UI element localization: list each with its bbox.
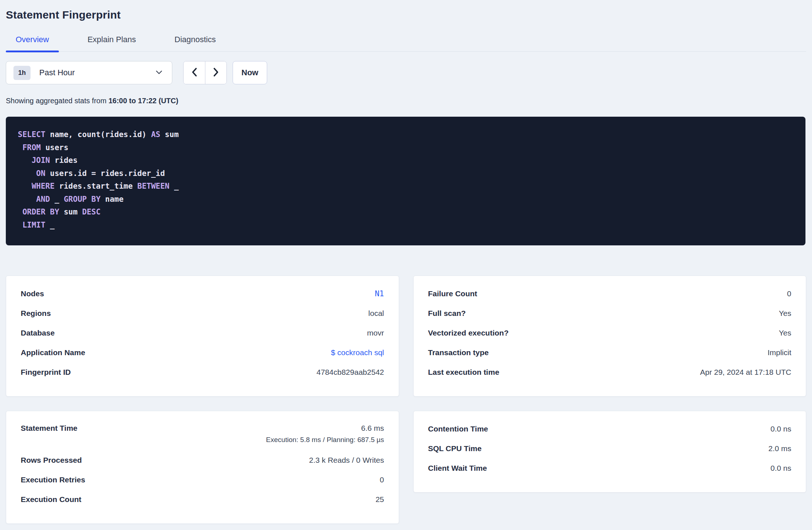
sql-line: AND _ GROUP BY name — [18, 193, 793, 206]
sql-keyword: AND — [36, 195, 50, 204]
app-name-link[interactable]: $ cockroach sql — [331, 348, 384, 357]
stats-cards: Nodes N1 Regions local Database movr App… — [6, 276, 806, 524]
time-range-badge: 1h — [13, 66, 31, 80]
sql-text: _ — [45, 221, 55, 229]
sql-text: name, count(rides.id) — [45, 130, 151, 139]
time-range-label: Past Hour — [39, 68, 156, 77]
sql-text: _ — [50, 195, 64, 204]
kv-label: Execution Count — [21, 495, 81, 504]
chevron-left-icon — [191, 67, 197, 78]
sql-text — [18, 156, 32, 165]
sql-text: sum — [160, 130, 179, 139]
kv-label: Full scan? — [428, 309, 466, 318]
sql-keyword: ORDER BY — [23, 208, 59, 216]
kv-value: 0.0 ns — [771, 425, 791, 433]
stats-caption: Showing aggregated stats from 16:00 to 1… — [6, 97, 806, 105]
tab-overview[interactable]: Overview — [6, 35, 59, 51]
kv-label: Nodes — [21, 289, 44, 298]
tab-overview-label: Overview — [16, 35, 49, 44]
kv-label: Client Wait Time — [428, 464, 487, 473]
sql-keyword: FROM — [23, 143, 41, 152]
kv-row-nodes: Nodes N1 — [21, 284, 384, 304]
time-controls: 1h Past Hour Now — [6, 61, 806, 84]
kv-value: Yes — [779, 309, 791, 318]
kv-row-vectorized: Vectorized execution? Yes — [428, 323, 792, 343]
tab-diagnostics-label: Diagnostics — [174, 35, 216, 44]
prev-range-button[interactable] — [184, 61, 205, 84]
kv-row-fingerprint-id: Fingerprint ID 4784cb829aab2542 — [21, 362, 384, 382]
kv-label: Rows Processed — [21, 456, 82, 465]
tab-explain-plans[interactable]: Explain Plans — [78, 35, 146, 51]
sql-statement-box: SELECT name, count(rides.id) AS sum FROM… — [6, 117, 805, 245]
tab-diagnostics[interactable]: Diagnostics — [165, 35, 226, 51]
sql-text: rides.start_time — [55, 182, 137, 190]
sql-text: sum — [59, 208, 82, 216]
kv-row-execution-count: Execution Count 25 — [21, 490, 384, 509]
statement-details-card: Nodes N1 Regions local Database movr App… — [6, 276, 399, 397]
kv-label: Fingerprint ID — [21, 368, 71, 377]
sql-text — [18, 169, 36, 178]
next-range-button[interactable] — [205, 61, 226, 84]
execution-attributes-card: Failure Count 0 Full scan? Yes Vectorize… — [413, 276, 807, 397]
sql-line: ORDER BY sum DESC — [18, 206, 793, 219]
kv-label: Regions — [21, 309, 51, 318]
sql-text — [18, 208, 23, 216]
kv-row-rows-processed: Rows Processed 2.3 k Reads / 0 Writes — [21, 450, 384, 470]
sql-line: WHERE rides.start_time BETWEEN _ — [18, 180, 793, 193]
now-button[interactable]: Now — [233, 61, 267, 84]
kv-row-application-name: Application Name $ cockroach sql — [21, 343, 384, 362]
kv-row-failure-count: Failure Count 0 — [428, 284, 792, 304]
kv-sub-value: Execution: 5.8 ms / Planning: 687.5 µs — [266, 436, 384, 444]
sql-keyword: WHERE — [32, 182, 55, 190]
statement-times-card: Statement Time 6.6 ms Execution: 5.8 ms … — [6, 411, 399, 524]
kv-value: local — [368, 309, 384, 318]
sql-keyword: LIMIT — [23, 221, 45, 229]
kv-value: Apr 29, 2024 at 17:18 UTC — [700, 368, 791, 377]
kv-row-full-scan: Full scan? Yes — [428, 304, 792, 323]
sql-keyword: GROUP BY — [64, 195, 100, 204]
kv-row-client-wait-time: Client Wait Time 0.0 ns — [428, 458, 792, 478]
tab-explain-plans-label: Explain Plans — [88, 35, 136, 44]
sql-line: FROM users — [18, 141, 793, 154]
kv-value: 2.0 ms — [768, 444, 791, 453]
kv-label: SQL CPU Time — [428, 444, 482, 453]
kv-label: Execution Retries — [21, 475, 85, 484]
node-link[interactable]: N1 — [375, 289, 384, 298]
stats-caption-range: 16:00 to 17:22 (UTC) — [108, 97, 178, 105]
sql-line: JOIN rides — [18, 154, 793, 167]
kv-value: 2.3 k Reads / 0 Writes — [309, 456, 384, 465]
sql-text: name — [101, 195, 124, 204]
kv-label: Vectorized execution? — [428, 329, 509, 337]
sql-keyword: SELECT — [18, 130, 45, 139]
kv-row-regions: Regions local — [21, 304, 384, 323]
kv-label: Transaction type — [428, 348, 489, 357]
kv-value: 6.6 ms — [266, 424, 384, 433]
sql-keyword: DESC — [82, 208, 101, 216]
statement-fingerprint-page: Statement Fingerprint Overview Explain P… — [0, 0, 812, 524]
sql-keyword: JOIN — [32, 156, 50, 165]
kv-row-execution-retries: Execution Retries 0 — [21, 470, 384, 490]
page-title: Statement Fingerprint — [6, 0, 806, 21]
kv-row-last-execution-time: Last execution time Apr 29, 2024 at 17:1… — [428, 362, 792, 382]
sql-text — [18, 182, 32, 190]
sql-text: users.id = rides.rider_id — [45, 169, 165, 178]
kv-value: 0.0 ns — [771, 464, 791, 473]
time-range-select[interactable]: 1h Past Hour — [6, 61, 172, 84]
sql-line: SELECT name, count(rides.id) AS sum — [18, 128, 793, 141]
sql-keyword: AS — [151, 130, 160, 139]
sql-line: LIMIT _ — [18, 219, 793, 232]
sql-keyword: ON — [36, 169, 45, 178]
kv-value-stack: 6.6 ms Execution: 5.8 ms / Planning: 687… — [266, 424, 384, 444]
kv-label: Contention Time — [428, 425, 488, 433]
time-range-stepper — [183, 61, 227, 84]
kv-value: 0 — [787, 289, 791, 298]
kv-value: Yes — [779, 329, 791, 337]
sql-text — [18, 143, 23, 152]
sql-text: users — [41, 143, 68, 152]
kv-row-sql-cpu-time: SQL CPU Time 2.0 ms — [428, 439, 792, 458]
kv-row-contention-time: Contention Time 0.0 ns — [428, 419, 792, 439]
kv-value: 4784cb829aab2542 — [317, 368, 384, 377]
kv-row-statement-time: Statement Time 6.6 ms Execution: 5.8 ms … — [21, 419, 384, 450]
kv-value: 25 — [375, 495, 384, 504]
kv-label: Application Name — [21, 348, 85, 357]
